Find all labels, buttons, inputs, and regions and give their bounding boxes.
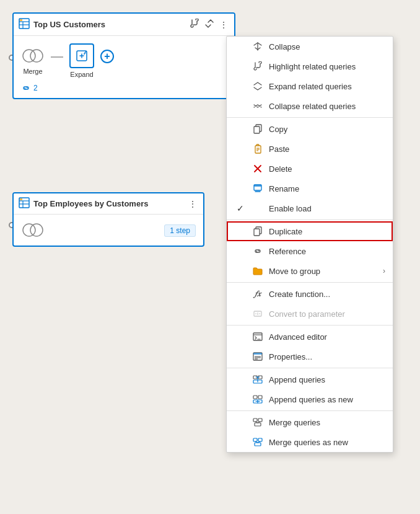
highlight-icon [252, 60, 264, 73]
svg-point-5 [23, 50, 35, 62]
menu-item-merge-queries-new[interactable]: Merge queries as new [227, 432, 393, 452]
menu-item-append-queries-new[interactable]: Append queries as new [227, 389, 393, 409]
card2-title: Top Employees by Customers [19, 197, 148, 210]
menu-item-duplicate[interactable]: Duplicate [227, 221, 393, 241]
menu-item-move-to-group[interactable]: Move to group › [227, 261, 393, 281]
merge-queries-label: Merge queries [269, 418, 320, 427]
expand-icon-box [69, 43, 94, 68]
fx-icon: 𝑓𝑥 [252, 288, 264, 300]
menu-item-rename[interactable]: Rename [227, 179, 393, 198]
svg-point-13 [23, 224, 35, 236]
folder-icon [252, 265, 264, 277]
connector-between-steps [51, 56, 63, 58]
svg-rect-16 [254, 126, 260, 133]
card2-more-btn[interactable]: ⋮ [187, 198, 198, 210]
separator-5 [227, 368, 393, 368]
svg-point-14 [30, 224, 43, 236]
svg-rect-12 [20, 198, 22, 200]
delete-label: Delete [269, 164, 292, 174]
card1-title-text: Top US Customers [33, 20, 105, 29]
highlight-related-label: Highlight related queries [269, 62, 356, 71]
collapse-icon [252, 40, 264, 53]
card1-title: Top US Customers [19, 18, 105, 31]
separator-2 [227, 219, 393, 220]
duplicate-label: Duplicate [269, 227, 302, 236]
card1-branch-btn[interactable] [188, 17, 201, 32]
plus-container: + [100, 50, 114, 63]
menu-item-copy[interactable]: Copy [227, 119, 393, 139]
menu-item-convert-to-param[interactable]: Convert to parameter [227, 304, 393, 324]
svg-rect-42 [253, 396, 257, 399]
copy-icon [252, 123, 264, 135]
merge-label: Merge [23, 68, 42, 75]
menu-item-highlight-related[interactable]: Highlight related queries [227, 56, 393, 76]
svg-rect-47 [255, 423, 261, 426]
card1-body: Merge Expand + [14, 36, 234, 83]
svg-rect-4 [20, 19, 22, 21]
reference-icon [252, 245, 264, 257]
properties-icon [252, 350, 264, 363]
merge-step: Merge [21, 47, 45, 75]
paste-label: Paste [269, 144, 289, 154]
append-new-icon [252, 393, 264, 405]
link-count-area: 2 [14, 83, 234, 98]
link-count: 2 [21, 83, 227, 93]
svg-point-6 [30, 50, 43, 62]
svg-rect-35 [253, 353, 262, 355]
svg-rect-27 [254, 229, 260, 236]
menu-item-collapse-related[interactable]: Collapse related queries [227, 96, 393, 116]
svg-rect-43 [258, 396, 262, 399]
card2-header: Top Employees by Customers ⋮ [14, 193, 203, 215]
merge-icon [252, 416, 264, 428]
param-icon [252, 308, 264, 320]
card2-body: 1 step [14, 215, 203, 246]
query-card-2: Top Employees by Customers ⋮ 1 step [12, 192, 204, 247]
card1-actions: ⋮ [188, 17, 229, 32]
reference-label: Reference [269, 247, 306, 256]
append-icon [252, 373, 264, 386]
menu-item-expand-related[interactable]: Expand related queries [227, 76, 393, 96]
context-menu: Collapse Highlight related queries Expan… [226, 36, 393, 453]
svg-rect-45 [253, 419, 257, 422]
create-function-label: Create function... [269, 290, 330, 299]
menu-item-properties[interactable]: Properties... [227, 347, 393, 366]
svg-rect-50 [255, 443, 261, 446]
expand-related-icon [252, 80, 264, 92]
menu-item-create-function[interactable]: 𝑓𝑥 Create function... [227, 284, 393, 304]
card1-expand-btn[interactable] [203, 17, 216, 32]
query-card-1: Top US Customers ⋮ [12, 12, 235, 99]
separator-6 [227, 410, 393, 411]
menu-item-append-queries[interactable]: Append queries [227, 370, 393, 389]
add-step-btn[interactable]: + [100, 50, 114, 63]
separator-3 [227, 282, 393, 283]
advanced-editor-icon [252, 330, 264, 343]
menu-item-reference[interactable]: Reference [227, 241, 393, 261]
one-step-badge: 1 step [164, 224, 196, 237]
menu-item-paste[interactable]: Paste [227, 139, 393, 159]
advanced-editor-label: Advanced editor [269, 332, 327, 342]
svg-rect-46 [258, 419, 262, 422]
menu-item-merge-queries[interactable]: Merge queries [227, 412, 393, 432]
separator-1 [227, 117, 393, 118]
enable-load-label: Enable load [269, 204, 312, 213]
move-to-group-arrow: › [383, 267, 385, 275]
collapse-related-label: Collapse related queries [269, 102, 356, 111]
delete-icon [252, 162, 264, 175]
paste-icon [252, 143, 264, 155]
menu-item-collapse[interactable]: Collapse [227, 37, 393, 56]
table-icon-2 [19, 197, 30, 210]
menu-item-advanced-editor[interactable]: Advanced editor [227, 327, 393, 347]
menu-item-delete[interactable]: Delete [227, 159, 393, 179]
rename-icon [252, 182, 264, 195]
move-to-group-label: Move to group [269, 267, 320, 276]
copy-label: Copy [269, 125, 287, 134]
menu-item-enable-load[interactable]: ✓ Enable load [227, 198, 393, 218]
table-icon [19, 18, 30, 31]
svg-rect-24 [254, 185, 261, 187]
properties-label: Properties... [269, 352, 312, 361]
card1-more-btn[interactable]: ⋮ [218, 19, 229, 31]
merge-new-icon [252, 436, 264, 448]
expand-step: Expand [69, 43, 94, 78]
card2-title-text: Top Employees by Customers [33, 199, 148, 208]
append-queries-label: Append queries [269, 375, 325, 384]
